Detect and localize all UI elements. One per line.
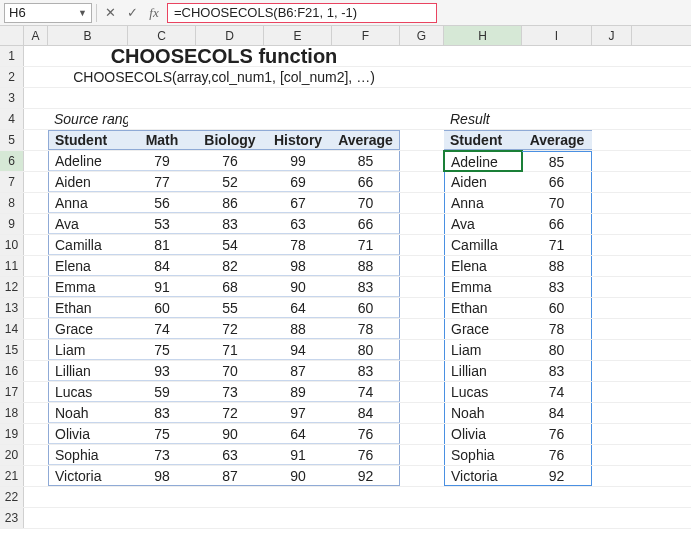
cell-A5[interactable] (24, 130, 48, 150)
col-header-J[interactable]: J (592, 26, 632, 45)
cell[interactable] (128, 88, 196, 108)
cell[interactable] (522, 109, 592, 129)
res-student[interactable]: Anna (444, 193, 522, 213)
formula-input[interactable]: =CHOOSECOLS(B6:F21, 1, -1) (167, 3, 437, 23)
res-student[interactable]: Olivia (444, 424, 522, 444)
select-all-corner[interactable] (0, 26, 24, 45)
cell[interactable] (444, 487, 522, 507)
row-header-20[interactable]: 20 (0, 445, 24, 465)
res-student[interactable]: Noah (444, 403, 522, 423)
row-header-4[interactable]: 4 (0, 109, 24, 129)
enter-icon[interactable]: ✓ (123, 4, 141, 22)
cell-A12[interactable] (24, 277, 48, 297)
cell[interactable] (400, 172, 444, 192)
cell[interactable] (332, 487, 400, 507)
row-header-13[interactable]: 13 (0, 298, 24, 318)
cell[interactable] (196, 487, 264, 507)
cell[interactable] (522, 67, 592, 87)
row-header-23[interactable]: 23 (0, 508, 24, 528)
cell[interactable] (400, 67, 444, 87)
row-header-7[interactable]: 7 (0, 172, 24, 192)
cell-A17[interactable] (24, 382, 48, 402)
row-header-16[interactable]: 16 (0, 361, 24, 381)
row-header-6[interactable]: 6 (0, 151, 24, 171)
row-header-14[interactable]: 14 (0, 319, 24, 339)
cell[interactable] (592, 445, 632, 465)
res-average[interactable]: 66 (522, 214, 592, 234)
cell[interactable] (400, 340, 444, 360)
cell[interactable] (592, 235, 632, 255)
cell[interactable] (592, 277, 632, 297)
row-header-3[interactable]: 3 (0, 88, 24, 108)
res-student[interactable]: Lillian (444, 361, 522, 381)
cell[interactable] (332, 88, 400, 108)
col-header-F[interactable]: F (332, 26, 400, 45)
row-header-19[interactable]: 19 (0, 424, 24, 444)
cell[interactable] (264, 508, 332, 528)
cell[interactable] (400, 88, 444, 108)
cell[interactable] (592, 172, 632, 192)
res-student[interactable]: Sophia (444, 445, 522, 465)
row-header-8[interactable]: 8 (0, 193, 24, 213)
row-header-5[interactable]: 5 (0, 130, 24, 150)
res-student[interactable]: Grace (444, 319, 522, 339)
cell[interactable] (264, 88, 332, 108)
cell[interactable] (400, 319, 444, 339)
cell[interactable] (400, 382, 444, 402)
cell[interactable] (592, 151, 632, 171)
res-average[interactable]: 85 (522, 151, 592, 171)
res-student[interactable]: Camilla (444, 235, 522, 255)
res-student[interactable]: Aiden (444, 172, 522, 192)
row-header-1[interactable]: 1 (0, 46, 24, 66)
cell[interactable] (400, 151, 444, 171)
spreadsheet[interactable]: A B C D E F G H I J 1CHOOSECOLS function… (0, 26, 691, 533)
cell-A11[interactable] (24, 256, 48, 276)
cell[interactable] (592, 256, 632, 276)
res-average[interactable]: 76 (522, 445, 592, 465)
cell[interactable] (400, 487, 444, 507)
row-header-10[interactable]: 10 (0, 235, 24, 255)
col-header-B[interactable]: B (48, 26, 128, 45)
cell[interactable] (444, 508, 522, 528)
cell-A23[interactable] (24, 508, 48, 528)
cell[interactable] (444, 88, 522, 108)
cell-A16[interactable] (24, 361, 48, 381)
cell[interactable] (400, 445, 444, 465)
cell[interactable] (196, 88, 264, 108)
res-average[interactable]: 76 (522, 424, 592, 444)
cell[interactable] (592, 88, 632, 108)
res-student[interactable]: Liam (444, 340, 522, 360)
cell[interactable] (444, 67, 522, 87)
cell[interactable] (592, 403, 632, 423)
res-average[interactable]: 78 (522, 319, 592, 339)
cell-A18[interactable] (24, 403, 48, 423)
res-average[interactable]: 83 (522, 277, 592, 297)
res-student[interactable]: Emma (444, 277, 522, 297)
row-header-12[interactable]: 12 (0, 277, 24, 297)
cell[interactable] (196, 109, 264, 129)
cell[interactable] (592, 382, 632, 402)
cell-A13[interactable] (24, 298, 48, 318)
row-header-17[interactable]: 17 (0, 382, 24, 402)
fx-icon[interactable]: fx (145, 4, 163, 22)
res-student[interactable]: Elena (444, 256, 522, 276)
cell[interactable] (128, 109, 196, 129)
cell[interactable] (592, 487, 632, 507)
col-header-D[interactable]: D (196, 26, 264, 45)
cell-A3[interactable] (24, 88, 48, 108)
cell[interactable] (400, 424, 444, 444)
col-header-A[interactable]: A (24, 26, 48, 45)
col-header-G[interactable]: G (400, 26, 444, 45)
res-average[interactable]: 84 (522, 403, 592, 423)
res-average[interactable]: 88 (522, 256, 592, 276)
cell[interactable] (400, 235, 444, 255)
res-average[interactable]: 80 (522, 340, 592, 360)
cell[interactable] (400, 277, 444, 297)
cell[interactable] (592, 424, 632, 444)
col-header-I[interactable]: I (522, 26, 592, 45)
cell[interactable] (332, 109, 400, 129)
cancel-icon[interactable]: ✕ (101, 4, 119, 22)
row-header-9[interactable]: 9 (0, 214, 24, 234)
row-header-22[interactable]: 22 (0, 487, 24, 507)
cell[interactable] (592, 109, 632, 129)
